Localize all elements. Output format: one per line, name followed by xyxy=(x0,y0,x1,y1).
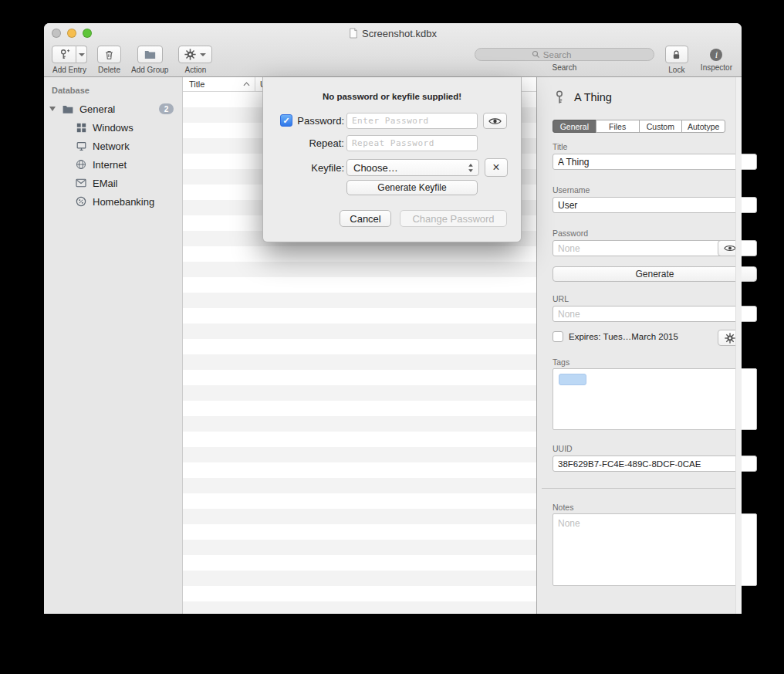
dialog-password-input[interactable] xyxy=(346,113,478,129)
sidebar-item-label: EMail xyxy=(93,178,118,189)
document-icon xyxy=(349,28,358,39)
chevron-down-icon xyxy=(79,53,85,56)
globe-icon xyxy=(75,158,87,171)
action-item: Action xyxy=(178,46,212,74)
key-icon xyxy=(553,90,566,105)
lock-icon xyxy=(671,49,681,60)
dialog-repeat-input[interactable] xyxy=(346,135,478,151)
sidebar-item-homebanking[interactable]: Homebanking xyxy=(44,192,182,211)
password-label: Password xyxy=(553,229,725,238)
count-badge: 2 xyxy=(159,103,174,114)
uuid-field[interactable] xyxy=(553,456,757,472)
folder-plus-icon xyxy=(144,49,157,60)
clear-keyfile-button[interactable]: × xyxy=(485,158,508,177)
sidebar-item-windows[interactable]: Windows xyxy=(44,118,182,137)
sidebar-item-label: Network xyxy=(93,141,130,152)
gear-icon xyxy=(725,333,735,344)
sidebar-item-email[interactable]: EMail xyxy=(44,174,182,192)
tab-general[interactable]: General xyxy=(553,120,596,133)
add-entry-button[interactable] xyxy=(52,46,76,63)
window-chrome: Screenshot.kdbx Add Entry xyxy=(44,23,742,77)
inspector-item: i Inspector xyxy=(701,46,732,72)
search-input[interactable] xyxy=(543,50,597,59)
traffic-lights xyxy=(52,29,92,38)
minimize-button[interactable] xyxy=(67,29,76,38)
delete-label: Delete xyxy=(98,66,120,74)
search-field[interactable] xyxy=(475,48,654,61)
gear-icon xyxy=(184,49,196,60)
tab-autotype[interactable]: Autotype xyxy=(681,120,725,133)
title-field[interactable] xyxy=(553,154,757,170)
add-group-label: Add Group xyxy=(131,66,168,74)
username-label: Username xyxy=(553,185,725,195)
dialog-message: No password or keyfile supplied! xyxy=(263,92,521,101)
action-button[interactable] xyxy=(178,46,212,63)
column-divider[interactable] xyxy=(255,77,255,91)
sort-ascending-icon xyxy=(243,82,250,86)
inspector-label: Inspector xyxy=(701,63,732,72)
dialog-reveal-password-button[interactable] xyxy=(483,113,507,129)
eye-icon xyxy=(488,117,502,126)
expires-checkbox[interactable] xyxy=(553,331,563,342)
uuid-label: UUID xyxy=(553,444,725,453)
trash-icon xyxy=(103,49,115,61)
generate-password-button[interactable]: Generate xyxy=(553,266,757,282)
titlebar: Screenshot.kdbx xyxy=(44,23,742,43)
inspector-panel: A Thing General Files Custom Autotype Ti… xyxy=(536,77,742,614)
expires-label: Expires: Tues…March 2015 xyxy=(569,332,678,341)
chevron-down-icon xyxy=(200,53,206,56)
sidebar: Database General 2 Windows Network xyxy=(44,77,183,614)
sidebar-item-label: Homebanking xyxy=(93,196,154,208)
cancel-button[interactable]: Cancel xyxy=(340,210,391,227)
username-field[interactable] xyxy=(553,197,757,213)
disclosure-triangle-icon[interactable] xyxy=(49,107,56,111)
toolbar: Add Entry Delete Add Group xyxy=(44,43,742,77)
divider xyxy=(542,488,737,489)
notes-label: Notes xyxy=(553,503,725,512)
inspector-scrollbar[interactable] xyxy=(735,77,742,614)
notes-field[interactable] xyxy=(553,513,757,586)
sidebar-item-internet[interactable]: Internet xyxy=(44,155,182,174)
add-entry-dropdown[interactable] xyxy=(76,46,87,63)
search-label: Search xyxy=(553,63,577,72)
monitor-icon xyxy=(75,140,87,152)
tab-custom[interactable]: Custom xyxy=(639,120,683,133)
inspector-tabs: General Files Custom Autotype xyxy=(553,120,725,133)
tab-files[interactable]: Files xyxy=(596,120,640,133)
change-password-sheet: No password or keyfile supplied! ✓ Passw… xyxy=(262,77,522,242)
tags-label: Tags xyxy=(553,357,725,367)
url-label: URL xyxy=(553,294,725,303)
entry-header: A Thing xyxy=(553,90,725,105)
column-header-title[interactable]: Title xyxy=(189,77,204,92)
action-label: Action xyxy=(184,66,206,74)
keyfile-popup-value: Choose… xyxy=(353,162,398,174)
lock-button[interactable] xyxy=(665,46,688,63)
sidebar-item-label: General xyxy=(79,103,115,115)
inspector-button[interactable]: i xyxy=(710,46,722,61)
dialog-repeat-label: Repeat: xyxy=(263,135,344,151)
delete-item: Delete xyxy=(97,46,121,74)
keyfile-popup[interactable]: Choose… xyxy=(346,159,479,176)
zoom-button[interactable] xyxy=(83,29,92,38)
tag-chip[interactable] xyxy=(559,374,586,385)
url-field[interactable] xyxy=(553,306,757,322)
expires-row: Expires: Tues…March 2015 xyxy=(553,331,725,342)
add-group-item: Add Group xyxy=(131,46,168,74)
sidebar-item-general[interactable]: General 2 xyxy=(44,100,182,118)
key-plus-icon xyxy=(58,48,70,61)
grid-icon xyxy=(75,121,87,134)
dialog-password-label: Password: xyxy=(263,113,344,129)
envelope-icon xyxy=(75,177,87,189)
lock-label: Lock xyxy=(668,66,684,74)
close-x-icon: × xyxy=(492,161,499,174)
sidebar-item-network[interactable]: Network xyxy=(44,137,182,155)
delete-button[interactable] xyxy=(97,46,121,63)
search-item: Search xyxy=(475,46,654,72)
add-group-button[interactable] xyxy=(137,46,163,63)
lock-item: Lock xyxy=(665,46,688,74)
tags-field[interactable] xyxy=(553,368,757,430)
sidebar-item-label: Internet xyxy=(93,159,127,171)
info-icon: i xyxy=(710,49,722,61)
sidebar-header: Database xyxy=(44,84,182,100)
generate-keyfile-button[interactable]: Generate Keyfile xyxy=(346,180,478,195)
